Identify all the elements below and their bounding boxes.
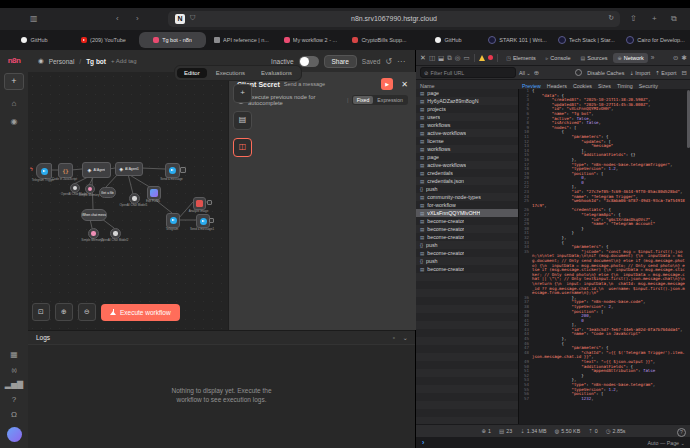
detail-tab-security[interactable]: Security — [639, 83, 658, 89]
more-tabs-icon[interactable]: » — [651, 54, 655, 61]
name-column-header[interactable]: Name — [420, 83, 435, 89]
request-row[interactable]: ▤projects — [416, 105, 518, 113]
settings-gear-icon[interactable]: ✱ — [682, 54, 687, 62]
templates-icon[interactable]: ▦ — [10, 351, 18, 359]
close-inspector-icon[interactable]: ✕ — [420, 54, 426, 62]
execute-workflow-button[interactable]: Execute workflow — [101, 304, 180, 321]
share-icon[interactable]: ⇧ — [630, 12, 637, 26]
reload-icon[interactable]: ↻ — [608, 14, 614, 22]
request-row[interactable]: {}push — [416, 185, 518, 193]
browser-tab[interactable]: GitHub — [1, 32, 68, 48]
browser-tab[interactable]: GitHub — [415, 32, 482, 48]
telegram-node[interactable] — [166, 213, 180, 228]
zoom-out-button[interactable]: ⊖ — [78, 303, 96, 321]
address-bar[interactable]: N ⛉ n8n.srv1067990.hstgr.cloud ↻ — [168, 11, 620, 27]
new-tab-icon[interactable]: + — [652, 12, 657, 26]
request-row[interactable]: ▤active-workflows — [416, 129, 518, 137]
dock-bottom-icon[interactable]: ⬓ — [438, 54, 444, 62]
add-filter-icon[interactable]: ⊕ — [534, 69, 539, 77]
request-row[interactable]: ▤license — [416, 137, 518, 145]
collapse-icon[interactable]: ⌄ — [403, 334, 408, 342]
add-node-button[interactable]: + — [233, 84, 252, 103]
ai-agent-node[interactable]: ◈AI Agent — [82, 162, 111, 178]
import-button[interactable]: ⇣ Import — [629, 70, 650, 76]
inspector-tab-sources[interactable]: ▤Sources — [577, 53, 612, 63]
browser-tab[interactable]: API reference | n... — [208, 32, 275, 48]
browser-tab[interactable]: Tg bot - n8n — [139, 32, 206, 48]
sidebar-icon[interactable]: ▥ — [30, 12, 38, 26]
add-workflow-button[interactable]: + — [4, 73, 24, 90]
request-row[interactable]: {}push — [416, 257, 518, 265]
detach-icon[interactable]: ⧉ — [447, 54, 452, 62]
help-icon[interactable]: ? — [677, 428, 686, 437]
warnings-icon[interactable] — [479, 55, 485, 61]
request-row[interactable]: ▤workflows — [416, 145, 518, 153]
edit-fields-node[interactable] — [147, 186, 161, 200]
detail-tab-preview[interactable]: Preview — [522, 83, 541, 89]
send-message-node[interactable] — [165, 163, 180, 178]
endpoint[interactable] — [209, 218, 214, 223]
request-row[interactable]: ▤become-creator — [416, 249, 518, 257]
request-row[interactable]: ▤Hy6yADZaz89m8ogN — [416, 97, 518, 105]
inspector-tab-elements[interactable]: ◳Elements — [502, 53, 540, 63]
execution-context-picker[interactable]: Auto — Page ⌄ — [648, 440, 685, 446]
more-menu-icon[interactable]: ⋯ — [397, 57, 405, 66]
workflow-name[interactable]: Tg bot — [86, 58, 106, 65]
avatar[interactable] — [7, 427, 22, 442]
add-tag-button[interactable]: + Add tag — [111, 58, 137, 64]
detail-tab-headers[interactable]: Headers — [547, 83, 567, 89]
request-row[interactable]: {}push — [416, 241, 518, 249]
search-icon[interactable]: ⊙ — [673, 54, 678, 62]
request-row[interactable]: ▤community-node-types — [416, 193, 518, 201]
inspector-tab-console[interactable]: ▹Console — [542, 53, 575, 63]
request-row[interactable]: ▤credentials.json — [416, 177, 518, 185]
bell-icon[interactable]: Ω — [11, 411, 17, 419]
browser-tab[interactable]: CryptoBills Supp... — [346, 32, 413, 48]
code-node[interactable]: {} — [58, 163, 73, 178]
endpoint[interactable] — [207, 200, 212, 205]
device-icon[interactable]: ▭ — [464, 54, 470, 62]
close-icon[interactable]: ✕ — [401, 80, 408, 89]
console-prompt[interactable]: › — [422, 439, 424, 446]
share-button[interactable]: Share — [324, 55, 357, 68]
request-row[interactable]: ▤become-creator — [416, 225, 518, 233]
request-row[interactable]: ▤active-workflows — [416, 161, 518, 169]
browser-tab[interactable]: Cairo for Develop... — [622, 32, 689, 48]
variables-icon[interactable]: (x) — [12, 366, 17, 374]
active-toggle[interactable] — [299, 56, 319, 67]
mode-expression[interactable]: Expression — [373, 96, 407, 104]
request-row[interactable]: ▤page — [416, 89, 518, 97]
disable-caches-checkbox[interactable] — [575, 69, 582, 76]
request-row[interactable]: ▤become-creator — [416, 265, 518, 273]
detail-tab-cookies[interactable]: Cookies — [573, 83, 592, 89]
request-row[interactable]: ▤users — [416, 113, 518, 121]
request-row[interactable]: ▤vXLsFnnQQYMIvOHH — [416, 209, 518, 217]
export-button[interactable]: ⇡ Export — [655, 70, 676, 76]
tab-evaluations[interactable]: Evaluations — [254, 68, 299, 78]
mode-fixed[interactable]: Fixed — [353, 96, 374, 104]
tab-overview-icon[interactable]: ⧉ — [671, 12, 677, 26]
tab-editor[interactable]: Editor — [177, 68, 207, 78]
type-filter-dropdown[interactable]: All ⌄ — [519, 70, 531, 76]
request-row[interactable]: ▤for-workflow — [416, 201, 518, 209]
ai-agent1-node[interactable]: ◈AI Agent1 — [115, 162, 143, 176]
forward-icon[interactable]: › — [136, 12, 139, 26]
request-row[interactable]: ▤workflows — [416, 121, 518, 129]
errors-icon[interactable] — [488, 55, 494, 61]
url-text[interactable]: n8n.srv1067990.hstgr.cloud — [168, 15, 620, 22]
clear-network-icon[interactable]: ⊟ — [682, 69, 687, 77]
user-icon[interactable]: ◉ — [11, 118, 18, 126]
endpoint[interactable] — [180, 167, 186, 173]
help-icon[interactable]: ? — [12, 396, 16, 404]
browser-tab[interactable]: STARK 101 | Writ... — [484, 32, 551, 48]
dock-side-icon[interactable]: ◫ — [429, 54, 435, 62]
inspector-tab-network[interactable]: ⊕Network — [613, 53, 647, 63]
breadcrumb-project[interactable]: Personal — [49, 58, 75, 65]
parameter-editor-area[interactable] — [229, 106, 416, 330]
chat-trigger-node[interactable]: When chat message... — [81, 209, 107, 221]
inspect-element-icon[interactable]: ◎ — [455, 54, 461, 62]
browser-tab[interactable]: Tech Stack | Star... — [553, 32, 620, 48]
fit-view-button[interactable]: ⊡ — [32, 303, 50, 321]
detail-tab-sizes[interactable]: Sizes — [598, 83, 611, 89]
zoom-in-button[interactable]: ⊕ — [55, 303, 73, 321]
